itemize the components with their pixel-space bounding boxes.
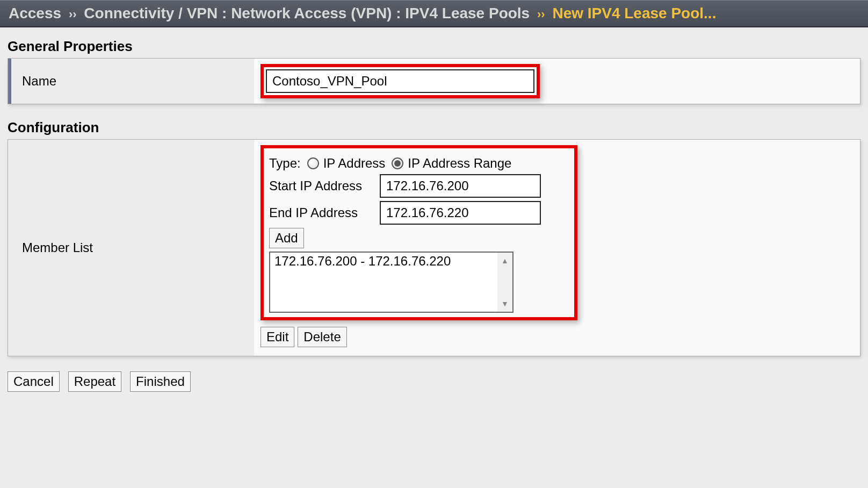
configuration-panel: Member List Type: IP Address IP Address … (8, 139, 860, 356)
label-name: Name (8, 59, 254, 104)
radio-ip-address-range-label: IP Address Range (408, 156, 511, 171)
highlight-config: Type: IP Address IP Address Range Start … (261, 145, 577, 320)
member-listbox[interactable]: 172.16.76.200 - 172.16.76.220 ▲ ▼ (269, 252, 513, 313)
label-member-list: Member List (8, 140, 254, 356)
add-line: Add (269, 228, 569, 248)
value-name (254, 59, 860, 104)
breadcrumb: Access ›› Connectivity / VPN : Network A… (0, 0, 868, 27)
listbox-scrollbar[interactable]: ▲ ▼ (497, 253, 512, 312)
footer-buttons: Cancel Repeat Finished (8, 371, 860, 392)
row-member-list: Member List Type: IP Address IP Address … (8, 140, 860, 356)
value-member-list: Type: IP Address IP Address Range Start … (254, 140, 860, 356)
cancel-button[interactable]: Cancel (8, 371, 60, 392)
finished-button[interactable]: Finished (130, 371, 191, 392)
end-ip-input[interactable] (380, 201, 541, 225)
delete-button[interactable]: Delete (298, 327, 346, 347)
start-ip-input[interactable] (380, 174, 541, 198)
edit-button[interactable]: Edit (261, 327, 294, 347)
name-input[interactable] (266, 69, 534, 93)
breadcrumb-seg-pools[interactable]: Connectivity / VPN : Network Access (VPN… (84, 5, 530, 21)
end-ip-line: End IP Address (269, 201, 569, 225)
start-ip-line: Start IP Address (269, 174, 569, 198)
edit-delete-line: Edit Delete (261, 327, 853, 347)
radio-ip-address[interactable] (307, 157, 319, 169)
type-label: Type: (269, 156, 301, 171)
list-item[interactable]: 172.16.76.200 - 172.16.76.220 (270, 253, 512, 270)
radio-ip-address-range[interactable] (392, 157, 403, 169)
radio-ip-address-label: IP Address (323, 156, 386, 171)
scroll-up-icon[interactable]: ▲ (497, 253, 512, 269)
add-button[interactable]: Add (269, 228, 304, 248)
start-ip-label: Start IP Address (269, 178, 377, 193)
breadcrumb-separator-2: ›› (534, 8, 548, 21)
breadcrumb-current: New IPV4 Lease Pool... (552, 5, 716, 21)
breadcrumb-separator-1: ›› (66, 8, 80, 21)
type-line: Type: IP Address IP Address Range (269, 156, 569, 171)
repeat-button[interactable]: Repeat (68, 371, 121, 392)
breadcrumb-seg-access[interactable]: Access (9, 5, 61, 21)
section-title-general: General Properties (8, 38, 860, 55)
section-title-configuration: Configuration (8, 119, 860, 136)
highlight-name (261, 64, 540, 98)
scroll-down-icon[interactable]: ▼ (497, 296, 512, 312)
row-name: Name (8, 59, 860, 104)
end-ip-label: End IP Address (269, 205, 377, 220)
page-body: General Properties Name Configuration Me… (0, 27, 868, 403)
general-properties-panel: Name (8, 58, 860, 104)
